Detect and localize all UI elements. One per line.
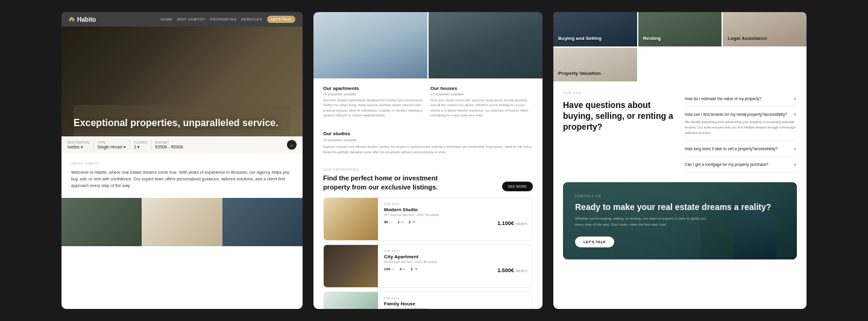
card-1-stats: 90 m² 1 🛏 2 🚿 [384, 220, 415, 224]
card-3-image [324, 292, 378, 309]
faq-3-chevron: ∨ [793, 146, 797, 151]
budget-field[interactable]: BUDGET €250K - €500K [156, 141, 184, 149]
property-types-section: Our apartments 24 properties available D… [313, 78, 542, 131]
property-types-grid: Our apartments 24 properties available D… [323, 86, 533, 118]
cta-button[interactable]: LET'S TALK [575, 237, 614, 247]
service-4-bg: Property Valuation [553, 48, 637, 82]
property-card-3[interactable]: FOR SALE Family House 122 Avenue Louise,… [323, 291, 533, 309]
service-2-bg: Renting [638, 12, 722, 46]
studios-desc: Explore compact and efficient studios, p… [323, 144, 533, 155]
thumb-3[interactable] [222, 198, 303, 246]
featured-title: Find the perfect home or investment prop… [323, 174, 444, 191]
card-3-content: FOR SALE Family House 122 Avenue Louise,… [384, 292, 532, 309]
panel-2: Our apartments 24 properties available D… [313, 12, 542, 309]
card-2-footer: 140 m² 3 🛏 2 🚿 1.500€ /MONTH [384, 267, 527, 273]
card-1-address: 457 Avenue des Arts, 1000, Bruxelles [384, 213, 527, 217]
logo: Habito [69, 16, 96, 23]
faq-item-1[interactable]: How do I estimate the value of my proper… [685, 91, 797, 107]
floors-label: FLOORS [134, 141, 147, 144]
location-field[interactable]: DESTINATION Ixelles ▾ [68, 141, 90, 150]
card-2-baths: 2 🚿 [410, 267, 417, 271]
studios-count: 16 properties available [323, 138, 533, 143]
logo-text: Habito [77, 16, 96, 23]
card-1-name: Modern Studio [384, 207, 527, 212]
location-value[interactable]: Ixelles ▾ [68, 145, 90, 150]
service-2-label: Renting [643, 36, 661, 42]
budget-value[interactable]: €250K - €500K [156, 145, 184, 149]
logo-icon [69, 16, 75, 22]
budget-label: BUDGET [156, 141, 184, 144]
card-1-content: FOR RENT Modern Studio 457 Avenue des Ar… [384, 198, 532, 240]
card-1-beds: 1 🛏 [398, 220, 404, 224]
apartments-count: 24 properties available [323, 92, 426, 96]
card-3-address: 122 Avenue Louise, Bruxelles [384, 307, 527, 309]
houses-title: Our houses [430, 86, 533, 91]
apartments-desc: Discover modern apartments designed for … [323, 98, 426, 118]
houses-count: 12 properties available [430, 92, 533, 96]
search-button[interactable]: ⌕ [287, 140, 297, 150]
faq-2-answer: We handle everything from advertising yo… [685, 119, 797, 135]
thumb-2[interactable] [142, 198, 222, 246]
service-buying-selling[interactable]: Buying and Selling [553, 12, 637, 46]
service-3-bg: Legal Assistance [723, 12, 807, 46]
about-text: Welcome to Habito, where real estate dre… [71, 169, 293, 189]
type-field[interactable]: TYPE Single House ▾ [98, 141, 127, 150]
cta-title: Ready to make your real estate dreams a … [575, 202, 785, 212]
property-thumbnails [61, 198, 303, 246]
floors-field[interactable]: FLOORS 2 ▾ [134, 141, 147, 150]
service-3-label: Legal Assistance [728, 36, 767, 42]
nav-why[interactable]: WHY HABITO? [177, 17, 206, 21]
card-1-footer: 90 m² 1 🛏 2 🚿 1.100€ /MONTH [384, 220, 527, 226]
faq-4-chevron: ∨ [793, 162, 797, 167]
faq-3-question: How long does it take to sell a property… [685, 146, 778, 151]
faq-1-chevron: ∨ [793, 96, 797, 101]
cta-text: Whether you're buying, selling, or renti… [575, 216, 708, 227]
card-2-area: 140 m² [384, 267, 395, 271]
faq-2-question: How can I find tenants for my rental pro… [685, 112, 787, 117]
card-2-tag: FOR RENT [384, 250, 527, 253]
studios-section: Our studios 16 properties available Expl… [313, 131, 542, 160]
cta-label: CONTACT US [575, 194, 785, 198]
faq-label: OUR FAQ [563, 91, 675, 95]
card-2-image [324, 245, 378, 287]
nav-services[interactable]: SERVICES [241, 17, 262, 21]
top-images [313, 12, 542, 78]
service-legal[interactable]: Legal Assistance [723, 12, 807, 46]
about-label: ABOUT HABITO [71, 162, 293, 165]
card-2-beds: 3 🛏 [400, 267, 406, 271]
floors-value[interactable]: 2 ▾ [134, 145, 147, 150]
faq-item-2[interactable]: How can I find tenants for my rental pro… [685, 107, 797, 141]
nav-properties[interactable]: PROPERTIES [210, 17, 237, 21]
type-label: TYPE [98, 141, 127, 144]
apartments-title: Our apartments [323, 86, 426, 91]
thumb-1[interactable] [61, 198, 142, 246]
location-label: DESTINATION [68, 141, 90, 144]
apartments-image [313, 12, 427, 78]
faq-left: OUR FAQ Have questions about buying, sel… [563, 91, 675, 173]
faq-item-3[interactable]: How long does it take to sell a property… [685, 141, 797, 157]
hero-title: Exceptional properties, unparalleled ser… [74, 117, 291, 129]
see-more-button[interactable]: SEE MORE [502, 182, 533, 191]
houses-desc: Find your dream home with spacious livin… [430, 98, 533, 118]
faq-3-header: How long does it take to sell a property… [685, 146, 797, 151]
featured-header: OUR PROPERTIES Find the perfect home or … [313, 160, 542, 194]
service-renting[interactable]: Renting [638, 12, 722, 46]
faq-section: OUR FAQ Have questions about buying, sel… [553, 81, 807, 182]
nav-home[interactable]: HOME [160, 17, 172, 21]
faq-1-header: How do I estimate the value of my proper… [685, 96, 797, 101]
faq-item-4[interactable]: Can I get a mortgage for my property pur… [685, 157, 797, 173]
lets-talk-button[interactable]: LET'S TALK [267, 16, 295, 23]
search-divider-2 [130, 140, 130, 150]
card-1-baths: 2 🚿 [409, 220, 415, 224]
panel-1: Habito HOME WHY HABITO? PROPERTIES SERVI… [61, 12, 303, 309]
property-card-2[interactable]: FOR RENT City Apartment 40 Avenue des Ar… [323, 244, 533, 288]
card-2-stats: 140 m² 3 🛏 2 🚿 [384, 267, 418, 271]
property-card-1[interactable]: FOR RENT Modern Studio 457 Avenue des Ar… [323, 197, 533, 241]
service-valuation[interactable]: Property Valuation [553, 48, 637, 82]
services-grid: Buying and Selling Renting Legal Assista… [553, 12, 807, 81]
houses-type: Our houses 12 properties available Find … [430, 86, 533, 118]
faq-2-header: How can I find tenants for my rental pro… [685, 112, 797, 117]
type-value[interactable]: Single House ▾ [98, 145, 127, 150]
apartments-type: Our apartments 24 properties available D… [323, 86, 426, 118]
cta-section: CONTACT US Ready to make your real estat… [563, 182, 797, 259]
